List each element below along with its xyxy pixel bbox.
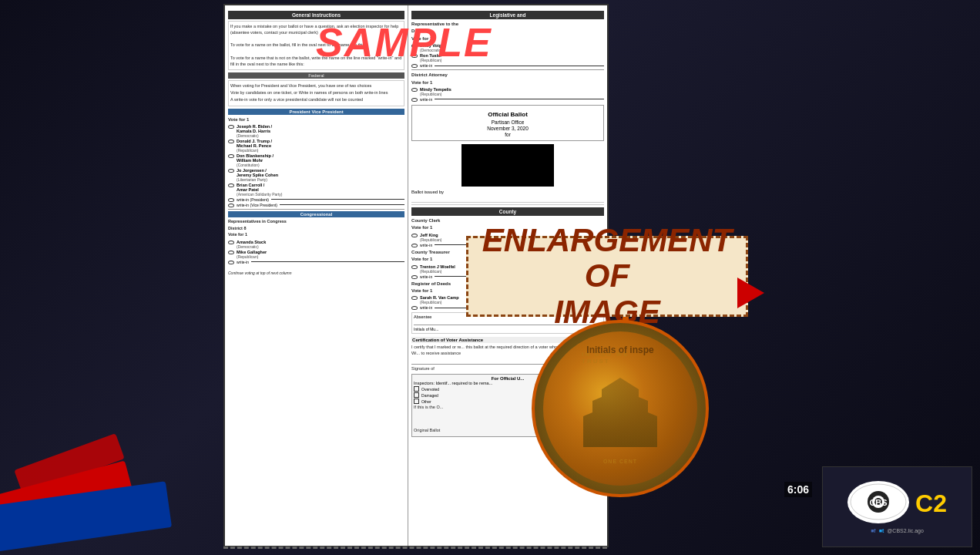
cbs-social-links: ■f ■t @CBS2.lic.ago: [871, 528, 924, 533]
candidate-oval: [228, 169, 234, 173]
writein-da: write-in: [411, 97, 604, 102]
divider: [228, 209, 404, 210]
writein-oval-vp: [228, 204, 234, 207]
candidate-oval: [228, 240, 234, 244]
magnified-ballot-text: Initials of inspe: [546, 345, 694, 355]
ballot-barcode-area: [461, 144, 554, 187]
candidate-row: Donald J. Trump /Michael R. Pence(Republ…: [228, 139, 404, 153]
general-instructions-header: General Instructions: [228, 11, 404, 19]
congressional-header: Congressional: [228, 211, 404, 217]
ballot-dashed-border: [223, 540, 607, 549]
channel-number: C2: [915, 491, 947, 516]
cbs-logo-container: CBS C2 ■f ■t @CBS2.lic.ago: [822, 466, 972, 547]
president-title: President Vice President: [289, 109, 343, 114]
president-vote-for: Vote for 1: [228, 116, 404, 123]
ballot-left-column: General Instructions If you make a mista…: [225, 5, 408, 546]
sample-watermark: SAMPLE: [316, 19, 492, 66]
overvoted-label: Overvoted: [421, 387, 439, 392]
checkbox-other: [414, 399, 419, 404]
official-date: November 3, 2020: [414, 126, 601, 131]
da-vote-for: Vote for 1: [411, 79, 604, 86]
candidate-row: Joseph R. Biden /Kamala D. Harris(Democr…: [228, 124, 404, 138]
checkbox-overvoted: [414, 386, 419, 392]
official-subtitle: Partisan Office: [414, 119, 601, 125]
writein-congressional: write-in: [228, 260, 404, 264]
official-title: Official Ballot: [414, 111, 601, 118]
congressional-vote-for: Vote for 1: [228, 232, 404, 238]
ballot-issued-label: Ballot issued by: [411, 190, 444, 194]
candidate-row: Mike Gallagher(Republican): [228, 250, 404, 259]
candidate-row: Mindy Tempelis(Republican): [411, 87, 604, 96]
candidate-oval: [228, 125, 234, 129]
congressional-district: Representatives in Congress: [228, 219, 404, 225]
fed-inst-1: When voting for President and Vice Presi…: [230, 83, 402, 89]
candidate-row: Brian Carroll /Amar Patel(American Solid…: [228, 183, 404, 197]
divider: [411, 69, 604, 70]
checkbox-damaged: [414, 392, 419, 398]
continue-label: Continue voting at top of next column: [228, 271, 404, 276]
candidate-row: Don Blankenship /William Mohr(Constituti…: [228, 153, 404, 167]
candidate-oval: [411, 296, 418, 300]
president-section-header: President Vice President: [228, 109, 404, 115]
cbs-eye-logo: CBS: [847, 481, 909, 523]
candidate-oval: [411, 265, 418, 269]
writein-oval: [411, 275, 418, 279]
writein-oval: [228, 198, 234, 202]
svg-text:CBS: CBS: [869, 498, 887, 507]
penny-building-shape: [574, 370, 666, 447]
legislative-header: Legislative and: [411, 11, 604, 19]
congressional-district-num: District 8: [228, 226, 404, 232]
writein-oval: [228, 261, 234, 264]
writein-oval: [411, 244, 418, 247]
enlargement-box: ENLARGEMENT OF IMAGE: [466, 236, 748, 317]
other-label: Other: [421, 399, 431, 404]
writein-oval: [411, 306, 418, 310]
official-ballot-header: Official Ballot Partisan Office November…: [411, 105, 604, 141]
enlargement-text: ENLARGEMENT OF IMAGE: [468, 223, 746, 330]
magnification-circle: IN GOD WE TRUST ONE CENT Initials of ins…: [532, 320, 709, 497]
facebook-icon: ■f: [871, 528, 876, 533]
candidate-oval: [411, 88, 418, 92]
federal-header: Federal: [228, 72, 404, 79]
county-header: County: [411, 207, 604, 216]
candidate-oval: [228, 140, 234, 143]
cbs-domain-text: @CBS2.lic.ago: [887, 528, 924, 533]
candidate-row: Jo Jorgensen /Jeremy Spike Cohen(Liberta…: [228, 168, 404, 182]
penny-bottom-text: ONE CENT: [603, 459, 637, 464]
fed-inst-2: Vote by candidates on one ticket, or Wri…: [230, 90, 402, 96]
candidate-oval: [228, 183, 234, 187]
ballot-issued: Ballot issued by: [411, 190, 604, 205]
damaged-label: Damaged: [421, 393, 438, 398]
candidate-oval: [228, 251, 234, 254]
writein-vp: write-in (Vice President): [228, 203, 404, 207]
right-arrow-icon: [737, 278, 764, 308]
writein-oval: [411, 98, 418, 102]
twitter-icon: ■t: [879, 528, 884, 533]
ballot-issued-line: [411, 197, 604, 203]
candidate-oval: [228, 154, 234, 158]
timestamp-display: 6:06: [784, 482, 812, 497]
candidate-row: Amanda Stuck(Democratic): [228, 240, 404, 249]
writein-president: write-in (President): [228, 197, 404, 202]
cbs-eye-svg: CBS: [850, 483, 908, 521]
official-for: for: [414, 132, 601, 137]
penny-memorial-building: [574, 370, 666, 447]
federal-instructions: When voting for President and Vice Presi…: [228, 80, 404, 106]
da-title: District Attorney: [411, 72, 604, 78]
fed-inst-3: A write-in vote for only a vice presiden…: [230, 97, 402, 103]
candidate-oval: [411, 234, 418, 237]
